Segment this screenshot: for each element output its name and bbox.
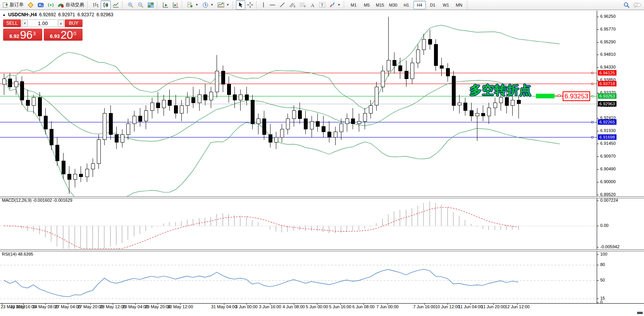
buy-price-big: 20 [60,29,73,40]
time-axis-border [0,303,644,304]
sell-price-sup: 3 [33,32,36,36]
annotation-anchor-square[interactable] [558,94,560,97]
volume-decrease-button[interactable]: ▼ [22,19,28,27]
sell-price-big: 96 [20,29,33,40]
macd-label: MACD(12,26,9) -0.001602 -0.001629 [2,198,72,203]
ohlc-high: 6.92971 [58,12,75,17]
buy-label: BUY [69,21,79,26]
price-axis-line [597,10,597,303]
ohlc-close: 6.92963 [96,12,113,17]
buy-price-display[interactable]: 6.93 20 0 [44,29,83,41]
sell-price-display[interactable]: 6.92 96 3 [3,29,42,41]
symbol-header: ▲ USDCNH-,H4 6.92692 6.92971 6.92372 6.9… [2,12,114,17]
ohlc-open: 6.92692 [39,12,56,17]
ohlc-low: 6.92372 [77,12,94,17]
volume-increase-button[interactable]: ▲ [58,19,64,27]
sell-label: SELL [6,21,17,26]
collapse-panel-icon[interactable]: ▲ [2,13,6,17]
sell-price-small: 6.92 [9,33,19,39]
annotation-price-box[interactable]: 6.93253 [563,91,590,101]
rsi-label: RSI(14) 48.6395 [2,252,33,256]
rsi-layer [0,265,597,299]
one-click-trading-panel: SELL ▼ ▲ BUY 6.92 96 3 6.93 20 0 [3,19,83,41]
volume-input[interactable] [29,19,57,27]
sell-button[interactable]: SELL [3,19,21,27]
macd-layer [0,201,597,249]
buy-price-small: 6.93 [50,33,60,39]
annotation-text[interactable]: 多空转折点 [470,82,532,98]
buy-button[interactable]: BUY [65,19,83,27]
symbol-name: USDCNH-,H4 [8,12,37,17]
panel-divider-rsi[interactable] [0,249,644,251]
scrollbar-grip[interactable] [637,312,643,314]
bollinger-bands-layer [4,25,560,207]
candlesticks-layer [2,17,520,194]
chart-canvas[interactable] [0,0,644,316]
buy-price-sup: 0 [73,32,76,36]
panel-divider-macd[interactable] [0,196,644,198]
mt4-window: 新订单 自动交易 [0,0,644,316]
annotation-green-rectangle[interactable] [536,94,554,98]
